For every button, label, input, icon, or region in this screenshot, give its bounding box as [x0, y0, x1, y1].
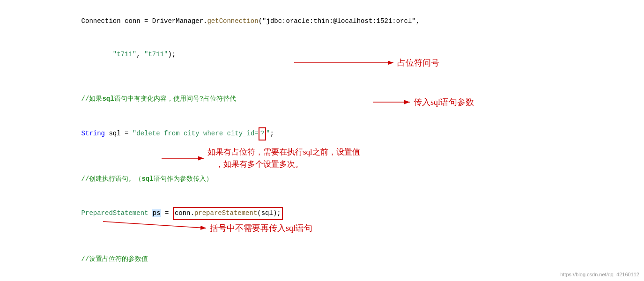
code-line-5: String sql = "delete from city where cit…: [66, 116, 630, 151]
code-text: =: [161, 209, 173, 217]
placeholder-question: ?: [259, 127, 266, 140]
code-line-blank2: [66, 151, 630, 163]
watermark: https://blog.csdn.net/qq_42160112: [560, 272, 639, 277]
comment-create: //创建执行语句。（: [81, 175, 142, 183]
code-line-comment3: //设置占位符的参数值: [66, 243, 630, 276]
str-end: ": [266, 130, 270, 137]
code-text: ("jdbc:oracle:thin:@localhost:1521:orcl"…: [259, 17, 420, 25]
code-string: "t711": [113, 51, 136, 58]
method: getConnection: [207, 17, 258, 25]
code-line-blank3: [66, 231, 630, 243]
code-text: sql =: [105, 130, 133, 137]
code-line-comment1: //如果sql语句中有变化内容，使用问号?占位符替代: [66, 83, 630, 116]
code-string: "t711": [144, 51, 168, 58]
method-prepare: prepareStatement: [194, 209, 257, 217]
code-text: ,: [136, 51, 144, 58]
code-line-comment2: //创建执行语句。（sql语句作为参数传入）: [66, 163, 630, 196]
str-delete: "delete from city where city_id=: [133, 130, 259, 137]
comment-sql2: sql: [141, 175, 153, 183]
code-text: Connection conn = DriverManager.: [81, 17, 207, 25]
code-line-blank: [66, 72, 630, 83]
conn-prepare: conn.: [175, 209, 194, 217]
comment-set: //设置占位符的参数值: [81, 255, 148, 263]
var-ps-1: ps: [152, 209, 161, 217]
code-text: [81, 51, 113, 58]
code-area: Connection conn = DriverManager.getConne…: [0, 0, 644, 281]
type-prepared: PreparedStatement: [81, 209, 148, 217]
code-text: [148, 209, 152, 217]
code-line-8: PreparedStatement ps = conn.prepareState…: [66, 196, 630, 231]
keyword-string: String: [81, 130, 105, 137]
code-line-2: "t711", "t711");: [66, 38, 630, 71]
sql-arg: (sql);: [257, 209, 281, 217]
comment-text: //如果: [81, 95, 103, 103]
comment-sql: sql: [102, 95, 114, 103]
code-line-11: //1:第一个问号: [66, 276, 630, 281]
code-semicolon: ;: [270, 130, 274, 137]
comment-text2: 语句中有变化内容，使用问号?占位符替代: [114, 95, 236, 103]
prepare-stmt-box: conn.prepareStatement(sql);: [173, 207, 283, 220]
comment-create2: 语句作为参数传入）: [154, 175, 213, 183]
code-line-1: Connection conn = DriverManager.getConne…: [66, 5, 630, 38]
code-text: );: [168, 51, 176, 58]
